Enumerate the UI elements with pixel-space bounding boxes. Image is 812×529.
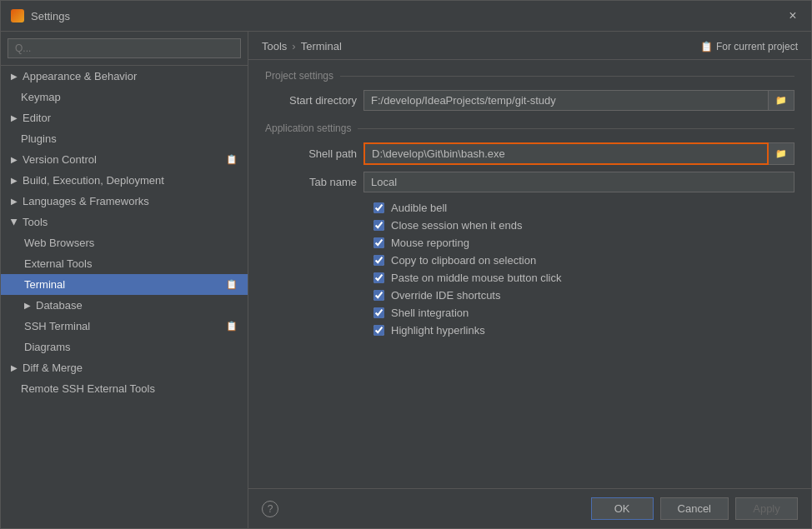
footer: ? OK Cancel Apply bbox=[248, 488, 811, 528]
checkbox-override-ide-input[interactable] bbox=[373, 290, 384, 301]
checkbox-mouse-reporting: Mouse reporting bbox=[265, 234, 794, 252]
sidebar-item-plugins[interactable]: Plugins bbox=[1, 128, 248, 149]
search-box bbox=[1, 32, 248, 66]
checkbox-close-session-label[interactable]: Close session when it ends bbox=[391, 219, 523, 232]
checkbox-mouse-reporting-input[interactable] bbox=[373, 237, 384, 248]
dialog-title: Settings bbox=[31, 10, 70, 22]
sidebar-item-keymap[interactable]: Keymap bbox=[1, 87, 248, 107]
app-icon bbox=[11, 9, 24, 22]
shell-path-row: Shell path 📁 bbox=[265, 142, 794, 165]
app-settings-label: Application settings bbox=[265, 122, 794, 134]
sidebar-item-editor[interactable]: ▶ Editor bbox=[1, 107, 248, 128]
shell-path-input-group: 📁 bbox=[363, 142, 794, 165]
checkbox-shell-integration-input[interactable] bbox=[373, 307, 384, 318]
checkbox-audible-bell-input[interactable] bbox=[373, 202, 384, 213]
checkbox-highlight-hyperlinks-label[interactable]: Highlight hyperlinks bbox=[391, 324, 485, 337]
sidebar-item-version-control[interactable]: ▶ Version Control 📋 bbox=[1, 149, 248, 170]
tab-name-row: Tab name bbox=[265, 172, 794, 192]
sidebar-item-remote-ssh[interactable]: Remote SSH External Tools bbox=[1, 378, 248, 399]
expand-arrow: ▶ bbox=[11, 363, 18, 372]
expand-arrow: ▶ bbox=[24, 301, 31, 310]
checkbox-audible-bell: Audible bell bbox=[265, 199, 794, 217]
settings-content: Project settings Start directory 📁 Appli… bbox=[248, 60, 811, 488]
checkbox-mouse-reporting-label[interactable]: Mouse reporting bbox=[391, 237, 469, 249]
checkbox-paste-middle: Paste on middle mouse button click bbox=[265, 269, 794, 287]
checkbox-highlight-hyperlinks: Highlight hyperlinks bbox=[265, 322, 794, 339]
project-icon: 📋 bbox=[700, 41, 713, 52]
sidebar-item-terminal[interactable]: Terminal 📋 bbox=[1, 274, 248, 295]
checkbox-close-session: Close session when it ends bbox=[265, 217, 794, 234]
start-directory-row: Start directory 📁 bbox=[265, 90, 794, 111]
breadcrumb-separator: › bbox=[292, 40, 295, 52]
tab-name-label: Tab name bbox=[265, 176, 357, 188]
checkbox-paste-middle-input[interactable] bbox=[373, 272, 384, 283]
sidebar-item-build[interactable]: ▶ Build, Execution, Deployment bbox=[1, 170, 248, 191]
sidebar-item-languages[interactable]: ▶ Languages & Frameworks bbox=[1, 191, 248, 212]
start-directory-browse-button[interactable]: 📁 bbox=[769, 90, 794, 111]
sidebar-item-tools[interactable]: ▶ Tools bbox=[1, 212, 248, 232]
start-directory-label: Start directory bbox=[265, 94, 357, 107]
current-project-button[interactable]: 📋 For current project bbox=[700, 41, 798, 52]
shell-path-browse-button[interactable]: 📁 bbox=[769, 142, 794, 165]
breadcrumb-current: Terminal bbox=[301, 40, 342, 52]
checkbox-audible-bell-label[interactable]: Audible bell bbox=[391, 202, 447, 214]
help-button[interactable]: ? bbox=[262, 501, 278, 517]
sidebar-item-database[interactable]: ▶ Database bbox=[1, 295, 248, 316]
breadcrumb-parent: Tools bbox=[262, 40, 287, 52]
tab-name-input[interactable] bbox=[363, 172, 794, 192]
checkbox-close-session-input[interactable] bbox=[373, 220, 384, 231]
checkbox-override-ide-label[interactable]: Override IDE shortcuts bbox=[391, 289, 501, 302]
checkbox-highlight-hyperlinks-input[interactable] bbox=[373, 325, 384, 336]
breadcrumb-bar: Tools › Terminal 📋 For current project bbox=[248, 32, 811, 60]
main-content: ▶ Appearance & Behavior Keymap ▶ Editor … bbox=[1, 32, 811, 528]
sidebar-item-diff-merge[interactable]: ▶ Diff & Merge bbox=[1, 357, 248, 378]
start-directory-input[interactable] bbox=[363, 90, 769, 111]
checkbox-paste-middle-label[interactable]: Paste on middle mouse button click bbox=[391, 272, 562, 284]
ok-button[interactable]: OK bbox=[591, 497, 654, 520]
expand-arrow: ▶ bbox=[11, 72, 18, 81]
settings-dialog: Settings × ▶ Appearance & Behavior Keyma… bbox=[0, 0, 812, 529]
titlebar: Settings × bbox=[1, 1, 811, 32]
sidebar-item-appearance[interactable]: ▶ Appearance & Behavior bbox=[1, 66, 248, 87]
expand-arrow: ▶ bbox=[11, 113, 18, 122]
sidebar-item-web-browsers[interactable]: Web Browsers bbox=[1, 232, 248, 253]
project-settings-label: Project settings bbox=[265, 70, 794, 82]
start-directory-input-group: 📁 bbox=[363, 90, 794, 111]
expand-arrow: ▶ bbox=[11, 155, 18, 164]
checkbox-copy-clipboard-input[interactable] bbox=[373, 255, 384, 266]
checkbox-shell-integration-label[interactable]: Shell integration bbox=[391, 307, 469, 319]
settings-panel: Tools › Terminal 📋 For current project P… bbox=[248, 32, 811, 528]
checkbox-copy-clipboard-label[interactable]: Copy to clipboard on selection bbox=[391, 254, 536, 267]
page-icon: 📋 bbox=[226, 154, 238, 165]
close-button[interactable]: × bbox=[784, 7, 801, 24]
sidebar: ▶ Appearance & Behavior Keymap ▶ Editor … bbox=[1, 32, 248, 528]
search-input[interactable] bbox=[8, 38, 241, 58]
expand-arrow: ▶ bbox=[10, 219, 19, 226]
apply-button[interactable]: Apply bbox=[735, 497, 798, 520]
expand-arrow: ▶ bbox=[11, 176, 18, 185]
page-icon-terminal: 📋 bbox=[226, 279, 238, 290]
checkbox-copy-clipboard: Copy to clipboard on selection bbox=[265, 252, 794, 269]
checkbox-shell-integration: Shell integration bbox=[265, 304, 794, 322]
sidebar-item-diagrams[interactable]: Diagrams bbox=[1, 337, 248, 357]
shell-path-label: Shell path bbox=[265, 147, 357, 160]
shell-path-input[interactable] bbox=[363, 142, 769, 165]
titlebar-left: Settings bbox=[11, 9, 70, 22]
checkbox-override-ide: Override IDE shortcuts bbox=[265, 287, 794, 304]
sidebar-item-external-tools[interactable]: External Tools bbox=[1, 253, 248, 274]
page-icon-ssh: 📋 bbox=[226, 321, 238, 332]
sidebar-item-ssh-terminal[interactable]: SSH Terminal 📋 bbox=[1, 316, 248, 337]
expand-arrow: ▶ bbox=[11, 197, 18, 206]
cancel-button[interactable]: Cancel bbox=[660, 497, 729, 520]
